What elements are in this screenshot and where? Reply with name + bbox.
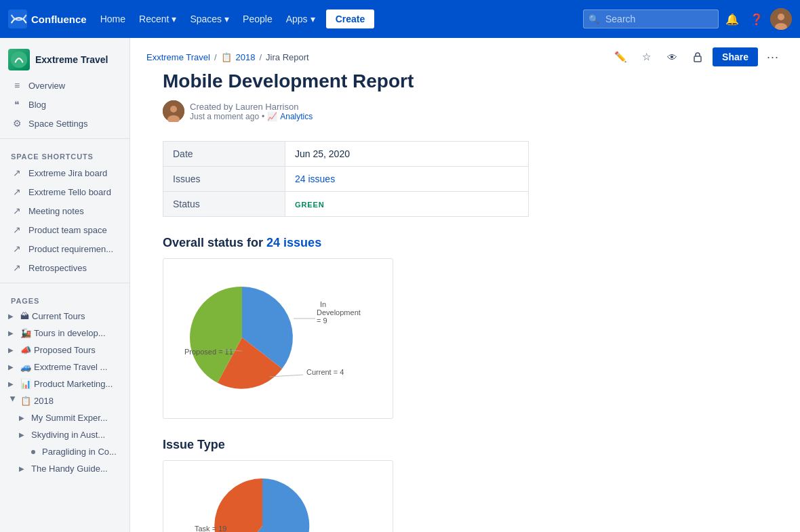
pie-chart-2: Task = 19 (174, 472, 378, 532)
table-row: Status GREEN (163, 192, 529, 217)
svg-text:Development: Development (317, 308, 361, 316)
edit-button[interactable]: ✏️ (609, 46, 631, 68)
chart1-issues-link[interactable]: 24 issues (266, 236, 321, 249)
divider-1 (0, 138, 129, 139)
breadcrumb-folder[interactable]: 2018 (236, 52, 256, 62)
settings-icon: ⚙ (11, 118, 23, 129)
external-link-icon-5: ↗ (11, 243, 23, 254)
table-cell-issues-value: 24 issues (285, 167, 529, 192)
shortcuts-label: SPACE SHORTCUTS (0, 144, 129, 163)
nav-spaces[interactable]: Spaces ▾ (184, 9, 235, 28)
page-body: Mobile Development Report Created by Lau… (130, 70, 740, 532)
chart2-box: Task = 19 (163, 460, 393, 532)
external-link-icon: ↗ (11, 167, 23, 178)
overview-icon: ≡ (11, 80, 23, 91)
svg-rect-0 (8, 9, 27, 28)
search-input[interactable] (583, 9, 719, 28)
bullet-icon (31, 450, 35, 454)
author-info: Created by Lauren Harrison (190, 102, 313, 112)
main-layout: Exxtreme Travel ≡ Overview ❝ Blog ⚙ Spac… (0, 38, 800, 532)
page-meta: Created by Lauren Harrison Just a moment… (163, 100, 708, 122)
chevron-icon-2: ▶ (8, 329, 18, 337)
sidebar-item-overview[interactable]: ≡ Overview (3, 76, 127, 95)
info-table: Date Jun 25, 2020 Issues 24 issues Statu… (163, 141, 529, 217)
notifications-button[interactable]: 🔔 (721, 8, 743, 30)
svg-text:= 9: = 9 (317, 316, 327, 325)
page-item-exxtreme-travel[interactable]: ▶ 🚙 Exxtreme Travel ... (0, 359, 129, 375)
chevron-icon-4: ▶ (8, 363, 18, 371)
table-cell-status-value: GREEN (285, 192, 529, 217)
page-item-handy-guide[interactable]: ▶ The Handy Guide... (0, 460, 129, 477)
pages-label: PAGES (0, 289, 129, 308)
star-button[interactable]: ☆ (635, 46, 657, 68)
chevron-icon-8: ▶ (19, 431, 28, 438)
page-item-paragliding[interactable]: ▶ Paragliding in Co... (0, 443, 129, 460)
shortcut-retrospectives[interactable]: ↗ Retrospectives (3, 258, 127, 277)
page-item-skydiving[interactable]: ▶ Skydiving in Aust... (0, 426, 129, 443)
page-item-proposed-tours[interactable]: ▶ 📣 Proposed Tours (0, 342, 129, 359)
chevron-icon-6: ▶ (9, 396, 17, 406)
table-cell-date-label: Date (163, 142, 285, 167)
action-bar: ✏️ ☆ 👁 Share ··· (609, 46, 784, 68)
page-title: Mobile Development Report (163, 70, 708, 92)
pie-chart-1: In Development = 9 Proposed = 11 Current… (174, 270, 378, 405)
divider-2 (0, 283, 129, 283)
chart2-section: Issue Type Task = 19 (163, 438, 708, 532)
external-link-icon-4: ↗ (11, 224, 23, 235)
sidebar-item-space-settings[interactable]: ⚙ Space Settings (3, 114, 127, 133)
shortcut-tello-board[interactable]: ↗ Exxtreme Tello board (3, 182, 127, 201)
breadcrumb-page: Jira Report (266, 52, 309, 62)
external-link-icon-6: ↗ (11, 262, 23, 273)
external-link-icon-3: ↗ (11, 205, 23, 216)
user-avatar[interactable] (770, 8, 792, 30)
help-button[interactable]: ❓ (746, 8, 767, 30)
chevron-icon-3: ▶ (8, 346, 18, 354)
page-timestamp: Just a moment ago • 📈 Analytics (190, 112, 313, 121)
svg-text:In: In (320, 300, 326, 308)
page-item-current-tours[interactable]: ▶ 🏔 Current Tours (0, 308, 129, 325)
space-name[interactable]: Exxtreme Travel (35, 54, 108, 65)
page-item-tours-dev[interactable]: ▶ 🚂 Tours in develop... (0, 325, 129, 342)
table-cell-issues-label: Issues (163, 167, 285, 192)
svg-point-2 (778, 14, 784, 20)
svg-rect-5 (694, 56, 701, 62)
content-area: Exxtreme Travel / 📋 2018 / Jira Report ✏… (130, 38, 800, 532)
page-item-2018[interactable]: ▶ 📋 2018 (0, 392, 129, 409)
breadcrumb: Exxtreme Travel / 📋 2018 / Jira Report (146, 52, 309, 62)
shortcut-meeting-notes[interactable]: ↗ Meeting notes (3, 201, 127, 220)
folder-icon: 📋 (221, 52, 232, 62)
shortcut-jira-board[interactable]: ↗ Exxtreme Jira board (3, 163, 127, 182)
chevron-icon-7: ▶ (19, 414, 28, 422)
space-icon (8, 49, 30, 70)
nav-home[interactable]: Home (95, 9, 131, 28)
svg-point-7 (170, 106, 177, 112)
shortcut-product-req[interactable]: ↗ Product requiremen... (3, 239, 127, 258)
share-button[interactable]: Share (713, 47, 758, 66)
chevron-icon: ▶ (8, 312, 18, 320)
confluence-logo[interactable]: Confluence (8, 9, 87, 28)
chevron-icon-5: ▶ (8, 380, 18, 388)
nav-people[interactable]: People (237, 9, 278, 28)
svg-text:Current = 4: Current = 4 (306, 368, 344, 376)
page-item-product-marketing[interactable]: ▶ 📊 Product Marketing... (0, 375, 129, 392)
author-avatar (163, 100, 184, 122)
svg-text:Task = 19: Task = 19 (195, 525, 226, 532)
nav-apps[interactable]: Apps ▾ (281, 9, 321, 28)
chart1-title: Overall status for 24 issues (163, 236, 708, 250)
issues-link[interactable]: 24 issues (295, 173, 335, 184)
chart2-title: Issue Type (163, 438, 708, 452)
breadcrumb-space[interactable]: Exxtreme Travel (146, 52, 210, 62)
chart1-box: In Development = 9 Proposed = 11 Current… (163, 258, 393, 419)
external-link-icon-2: ↗ (11, 186, 23, 197)
page-item-my-summit[interactable]: ▶ My Summit Exper... (0, 409, 129, 426)
nav-recent[interactable]: Recent ▾ (134, 9, 182, 28)
analytics-link[interactable]: Analytics (280, 112, 313, 121)
create-button[interactable]: Create (326, 9, 375, 28)
restrict-button[interactable] (687, 46, 708, 68)
sidebar-item-blog[interactable]: ❝ Blog (3, 95, 127, 114)
watch-button[interactable]: 👁 (661, 46, 683, 68)
more-options-button[interactable]: ··· (762, 46, 784, 68)
table-row: Date Jun 25, 2020 (163, 142, 529, 167)
table-row: Issues 24 issues (163, 167, 529, 192)
shortcut-product-team[interactable]: ↗ Product team space (3, 220, 127, 239)
